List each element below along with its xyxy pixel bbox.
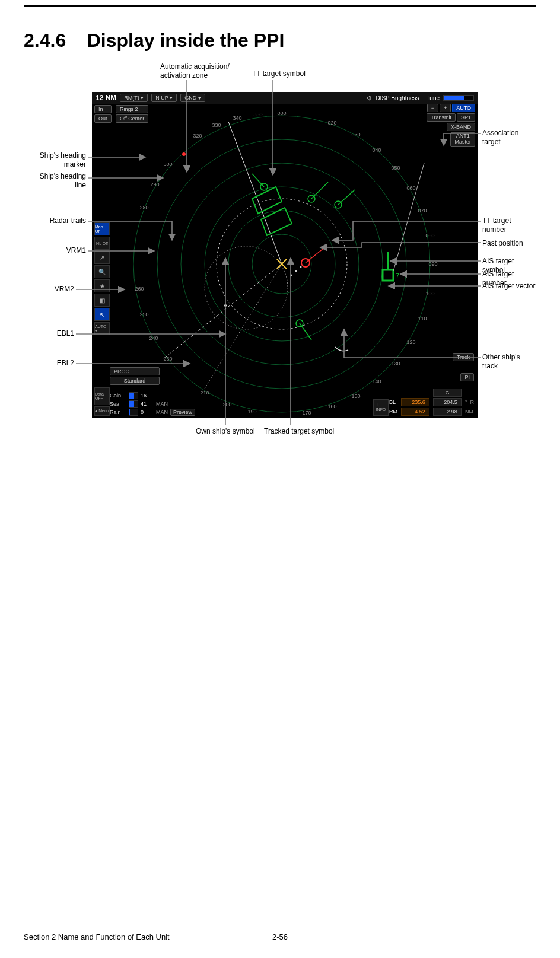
sea-label: Sea [110, 401, 126, 407]
footer-section: Section 2 Name and Function of Each Unit [24, 932, 170, 941]
ais-target: 7 [383, 252, 399, 281]
eraser-icon[interactable]: ◧ [94, 294, 110, 307]
tick-330: 330 [212, 122, 221, 128]
radar-display: 12 NM RM(T) ▾ N UP ▾ GND ▾ ⚙ DISP Bright… [92, 92, 478, 418]
svg-point-24 [295, 270, 297, 272]
ppi-scope: 7 000 [128, 110, 436, 418]
plus-info-button[interactable]: + INFO [373, 399, 389, 416]
tick-120: 120 [406, 339, 415, 345]
rain-value: 0 [141, 409, 154, 415]
tick-320: 320 [193, 133, 202, 139]
svg-point-25 [291, 275, 292, 276]
anno-ais-vector: AIS target vector [482, 282, 535, 291]
footer-page: 2-56 [272, 932, 288, 941]
preview-button[interactable]: Preview [170, 409, 195, 416]
cursor-icon[interactable]: ↖ [94, 308, 110, 321]
tick-020: 020 [327, 120, 336, 126]
gain-bar[interactable] [129, 392, 138, 399]
map-on-button[interactable]: Map On [94, 222, 110, 235]
radar-top-bar: 12 NM RM(T) ▾ N UP ▾ GND ▾ ⚙ DISP Bright… [92, 92, 478, 104]
own-ship-symbol [277, 259, 287, 269]
tick-350: 350 [253, 112, 262, 117]
svg-point-23 [300, 266, 302, 268]
sea-bar[interactable] [129, 400, 138, 408]
standard-button[interactable]: Standard [110, 377, 160, 385]
anno-other-track: Other ship's track [482, 353, 536, 371]
tick-150: 150 [351, 393, 360, 399]
anno-own-ship: Own ship's symbol [196, 427, 255, 436]
pi-button[interactable]: PI [460, 373, 474, 381]
sp1-button[interactable]: SP1 [457, 113, 475, 122]
auto-button[interactable]: AUTO [452, 104, 475, 112]
tick-260: 260 [135, 286, 144, 292]
rain-mode[interactable]: MAN [156, 409, 168, 415]
tracked-tt-target [301, 246, 326, 267]
brightness-label: DISP Brightness [376, 95, 419, 101]
sea-value: 41 [141, 401, 154, 407]
heading-marker [182, 152, 186, 156]
tick-160: 160 [327, 403, 336, 409]
past-positions [291, 266, 302, 276]
range-label: 12 NM [96, 94, 116, 102]
stab-mode[interactable]: GND ▾ [180, 94, 205, 102]
zoom-in-button[interactable]: In [94, 105, 112, 113]
anno-tt-number: TT target number [482, 217, 536, 234]
section-heading: 2.4.6 Display inside the PPI [24, 30, 284, 52]
hl-off-button[interactable]: HL Off [94, 237, 110, 250]
tick-190: 190 [247, 409, 256, 415]
tune-label: Tune [427, 95, 440, 101]
tick-080: 080 [425, 233, 434, 238]
track-button[interactable]: Track [453, 353, 474, 361]
vrm1-value: 4.52 [401, 408, 429, 416]
xband-button[interactable]: X-BAND [447, 123, 475, 131]
anno-ebl1: EBL1 [9, 329, 74, 338]
tick-340: 340 [233, 115, 241, 121]
svg-line-11 [306, 246, 326, 263]
other-ship-track [335, 347, 348, 351]
vrm-unit: NM [465, 409, 474, 415]
svg-line-17 [252, 174, 264, 187]
svg-rect-20 [383, 270, 393, 281]
share-icon[interactable]: ↗ [94, 251, 110, 264]
tick-170: 170 [302, 410, 311, 416]
ebl1-value: 235.6 [401, 398, 429, 406]
ebl2-value: 204.5 [433, 398, 462, 406]
orientation-mode[interactable]: N UP ▾ [151, 94, 177, 102]
ebl1-line [163, 264, 282, 359]
tick-230: 230 [163, 356, 172, 362]
tick-240: 240 [149, 335, 158, 341]
zoom-out-button[interactable]: Out [94, 114, 112, 123]
proc-button[interactable]: PROC [110, 367, 160, 375]
c-label: C [433, 389, 462, 397]
tick-040: 040 [372, 147, 381, 153]
section-number: 2.4.6 [24, 30, 66, 51]
association-leader-inside [393, 163, 424, 271]
menu-button[interactable]: ◂ Menu [94, 406, 110, 416]
vrm2-value: 2.98 [433, 408, 462, 416]
auto-mode-button[interactable]: AUTO ▾ [94, 322, 110, 335]
svg-line-15 [338, 190, 355, 205]
anno-radar-trails: Radar trails [21, 217, 86, 225]
sea-mode[interactable]: MAN [156, 401, 168, 407]
tick-300: 300 [163, 161, 172, 167]
tick-210: 210 [200, 390, 209, 396]
antenna-info: ANT1Master [450, 132, 475, 147]
tick-290: 290 [150, 182, 159, 187]
svg-line-13 [311, 182, 328, 199]
plus-button[interactable]: + [440, 104, 451, 112]
tick-130: 130 [391, 361, 400, 367]
gear-icon[interactable]: ⚙ [367, 95, 372, 101]
ebl-vrm-readout: C EBL 235.6 204.5 ° R VRM 4.52 2.98 NM [386, 389, 474, 416]
top-rule [24, 5, 536, 7]
search-icon[interactable]: 🔍 [94, 265, 110, 278]
auto-acquisition-zone [252, 187, 292, 235]
anno-vrm1: VRM1 [21, 246, 86, 255]
rain-bar[interactable] [129, 409, 138, 416]
gain-value: 16 [141, 393, 154, 399]
page-footer: Section 2 Name and Function of Each Unit… [24, 932, 536, 941]
rm-mode[interactable]: RM(T) ▾ [120, 94, 148, 102]
tick-050: 050 [391, 165, 400, 171]
data-off-button[interactable]: Data OFF [94, 387, 110, 405]
tick-070: 070 [418, 208, 427, 214]
star-icon[interactable]: ★ [94, 279, 110, 292]
